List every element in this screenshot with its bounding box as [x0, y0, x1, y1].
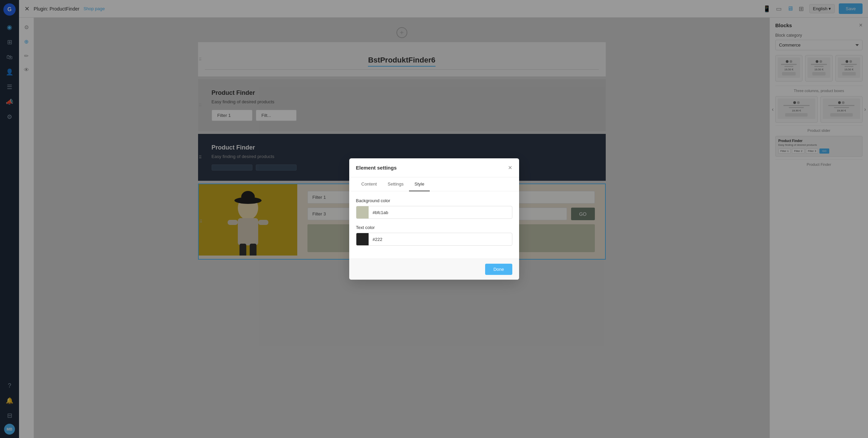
modal-header: Element settings × — [349, 158, 519, 177]
tab-style[interactable]: Style — [409, 177, 430, 191]
text-color-swatch[interactable] — [356, 233, 369, 245]
text-color-group: Text color — [356, 225, 512, 246]
modal-title: Element settings — [356, 165, 397, 171]
text-color-label: Text color — [356, 225, 512, 230]
background-color-label: Background color — [356, 198, 512, 203]
modal-overlay: Element settings × Content Settings Styl… — [0, 0, 868, 438]
modal-tabs: Content Settings Style — [349, 177, 519, 191]
element-settings-modal: Element settings × Content Settings Styl… — [349, 158, 519, 280]
tab-settings[interactable]: Settings — [382, 177, 409, 191]
modal-footer: Done — [349, 259, 519, 280]
background-color-text-input[interactable] — [369, 207, 512, 218]
done-button[interactable]: Done — [485, 264, 512, 275]
modal-body: Background color Text color — [349, 191, 519, 259]
tab-content[interactable]: Content — [356, 177, 383, 191]
background-color-swatch[interactable] — [356, 206, 369, 218]
text-color-text-input[interactable] — [369, 234, 512, 245]
background-color-group: Background color — [356, 198, 512, 219]
background-color-input-row — [356, 206, 512, 219]
modal-close-button[interactable]: × — [508, 164, 512, 172]
text-color-input-row — [356, 233, 512, 246]
